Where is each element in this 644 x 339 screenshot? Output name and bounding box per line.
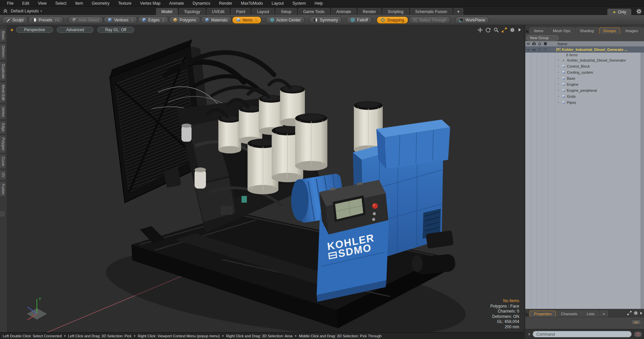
sidebar-tab-basic[interactable]: Basic [0, 28, 6, 43]
new-group-button[interactable]: New Group [526, 35, 558, 41]
tab-channels[interactable]: Channels [556, 311, 582, 317]
panel-more-arrow-icon[interactable] [640, 312, 643, 315]
action-center-button[interactable]: Action Center [266, 16, 305, 24]
menu-geometry[interactable]: Geometry [88, 1, 114, 6]
expander-icon[interactable]: + [557, 95, 561, 98]
viewport-settings-gear-icon[interactable] [510, 27, 515, 32]
tab-topology[interactable]: Topology [179, 8, 206, 15]
group-row-selected[interactable]: Kohler_Industrial_Diesel_Generato ... [525, 47, 644, 53]
tab-groups[interactable]: Groups [599, 27, 621, 34]
sidebar-drag-handle[interactable] [0, 210, 5, 217]
menu-vertex-map[interactable]: Vertex Map [136, 1, 165, 6]
menu-dynamics[interactable]: Dynamics [188, 1, 215, 6]
eye-icon[interactable] [526, 48, 530, 51]
gear-icon[interactable] [636, 8, 642, 14]
viewport-menu-dot[interactable] [11, 29, 13, 31]
presets-button[interactable]: PresetsF6 [28, 16, 63, 24]
expander-icon[interactable]: + [557, 101, 561, 104]
menu-animate[interactable]: Animate [165, 1, 188, 6]
menu-help[interactable]: Help [310, 1, 327, 6]
materials-mode-button[interactable]: Materials [201, 16, 232, 24]
shading-mode-button[interactable]: Advanced [57, 27, 94, 33]
sidebar-tab-curve[interactable]: Curve [0, 154, 6, 169]
menu-item[interactable]: Item [71, 1, 87, 6]
tree-item-engine-peripheral[interactable]: + Engine_peripheral [525, 87, 644, 93]
menu-layout[interactable]: Layout [267, 1, 288, 6]
panel-settings-gear-icon[interactable] [634, 311, 638, 315]
tab-layout[interactable]: Layout [252, 8, 274, 15]
menu-select[interactable]: Select [51, 1, 71, 6]
workplane-button[interactable]: WorkPlane [455, 16, 489, 24]
menu-render[interactable]: Render [215, 1, 236, 6]
symmetry-button[interactable]: Symmetry [309, 16, 342, 24]
tree-item-generator-locator[interactable]: + Kohler_Industrial_Diesel_Generator [525, 57, 644, 63]
tab-properties[interactable]: Properties [530, 311, 556, 317]
sidebar-tab-edge[interactable]: Edge [0, 121, 6, 134]
tab-model[interactable]: Model [156, 8, 178, 15]
auto-select-button[interactable]: Auto Select [68, 16, 103, 24]
shield-icon[interactable] [544, 42, 547, 46]
tab-schematic-fusion[interactable]: Schematic Fusion [410, 8, 452, 15]
menu-maxtomodo[interactable]: MaxToModo [236, 1, 267, 6]
expander-icon[interactable]: + [557, 71, 561, 74]
camera-icon[interactable] [532, 42, 536, 45]
record-button[interactable] [634, 331, 642, 337]
raygl-button[interactable]: Ray GL: Off [97, 27, 134, 33]
tree-item-pipes[interactable]: + Pipes [525, 99, 644, 106]
tree-item-base[interactable]: + Base [525, 75, 644, 81]
menu-system[interactable]: System [288, 1, 310, 6]
tree-scrollbar[interactable] [641, 41, 644, 309]
tab-shading[interactable]: Shading [576, 27, 598, 34]
expander-icon[interactable]: + [557, 89, 561, 92]
tab-lists[interactable]: Lists [582, 311, 599, 317]
tab-images[interactable]: Images [621, 27, 642, 34]
sidebar-tab-deform[interactable]: Deform [0, 43, 6, 60]
tab-items[interactable]: Items [530, 27, 548, 34]
sidebar-tab-duplicate[interactable]: Duplicate [0, 61, 6, 81]
expander-icon[interactable]: + [557, 65, 561, 68]
sidebar-tab-polygon[interactable]: Polygon [0, 135, 6, 153]
expander-icon[interactable]: + [557, 59, 561, 62]
tree-item-engine[interactable]: + Engine [525, 81, 644, 87]
tab-paint[interactable]: Paint [231, 8, 251, 15]
circle-icon[interactable] [538, 42, 541, 46]
command-input[interactable] [533, 331, 632, 337]
edges-mode-button[interactable]: Edges2 [138, 16, 168, 24]
sculpt-button[interactable]: Sculpt [2, 16, 28, 24]
tree-item-grids[interactable]: + Grids [525, 93, 644, 99]
panel-corner-icon[interactable] [526, 313, 529, 316]
name-column-header[interactable]: Name [557, 42, 567, 46]
tree-item-cooling-system[interactable]: + Cooling_system [525, 69, 644, 75]
vertices-mode-button[interactable]: Vertices1 [104, 16, 137, 24]
viewport-3d[interactable]: KOHLER SDMO [7, 25, 524, 332]
menu-edit[interactable]: Edit [18, 1, 34, 6]
expand-properties-button[interactable]: >> [631, 320, 641, 325]
menu-texture[interactable]: Texture [114, 1, 136, 6]
tab-uvedit[interactable]: UVEdit [207, 8, 230, 15]
zoom-icon[interactable] [494, 27, 499, 32]
items-mode-button[interactable]: Items5 [232, 16, 261, 24]
layout-switcher[interactable]: Default Layouts ▾ [0, 7, 42, 15]
falloff-button[interactable]: Falloff [346, 16, 372, 24]
perspective-button[interactable]: Perspective [16, 27, 53, 33]
pan-icon[interactable] [478, 27, 483, 32]
maximize-icon[interactable] [502, 27, 507, 32]
sidebar-tab-fusion[interactable]: Fusion [0, 181, 6, 197]
menu-view[interactable]: View [34, 1, 51, 6]
expander-icon[interactable]: + [557, 77, 561, 80]
tab-animate[interactable]: Animate [331, 8, 357, 15]
sidebar-tab-vertex[interactable]: Vertex [0, 104, 6, 120]
eye-icon[interactable] [526, 42, 530, 45]
expander-icon[interactable]: + [557, 83, 561, 86]
tab-game-tools[interactable]: Game Tools [298, 8, 330, 15]
checkbox-icon[interactable] [538, 48, 541, 51]
menu-file[interactable]: File [3, 1, 18, 6]
select-through-button[interactable]: Select Through [409, 16, 450, 24]
viewport-more-arrow-icon[interactable] [518, 28, 521, 32]
add-workspace-tab-button[interactable]: + [453, 8, 463, 15]
expand-panel-icon[interactable] [627, 311, 632, 315]
panel-corner-icon[interactable] [526, 29, 529, 32]
tab-render[interactable]: Render [358, 8, 381, 15]
sidebar-tab-mesh-edit[interactable]: Mesh Edit [0, 82, 6, 103]
polygons-mode-button[interactable]: Polygons [169, 16, 200, 24]
